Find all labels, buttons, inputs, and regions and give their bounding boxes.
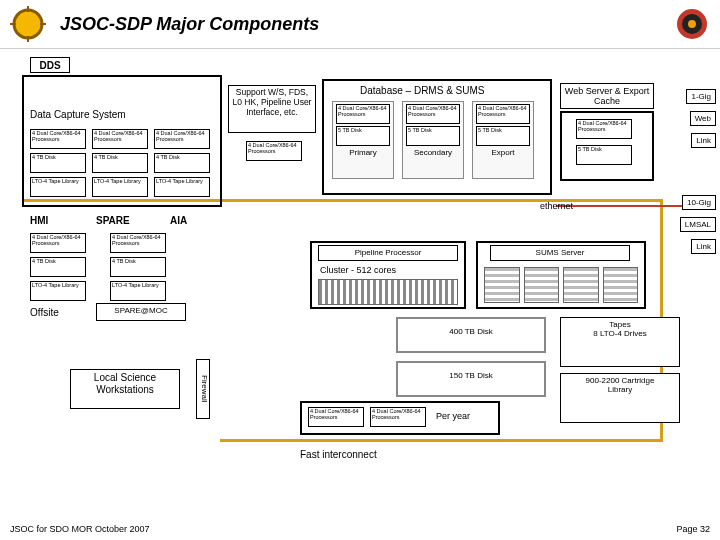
drms-proc-box: 4 Dual Core/X86-64Processors — [336, 104, 390, 124]
drms-disk-box: 5 TB Disk — [406, 126, 460, 146]
local-science-workstations: Local Science Workstations — [70, 369, 180, 409]
pipeline-cluster-icon — [318, 279, 458, 305]
hmi-proc-box: 4 Dual Core/X86-64Processors — [30, 233, 86, 253]
sums-title: SUMS Server — [490, 245, 630, 261]
dcs-tape-box: LTO-4 Tape Library — [154, 177, 210, 197]
web-server-box: Web Server & Export Cache — [560, 83, 654, 109]
cartridge-title: 900-2200 Cartridge — [564, 376, 676, 385]
svg-point-0 — [14, 10, 42, 38]
tapes-box: Tapes 8 LTO-4 Drives — [560, 317, 680, 367]
link-tag: Link — [691, 133, 716, 148]
slide-footer: JSOC for SDO MOR October 2007 Page 32 — [10, 524, 710, 534]
drms-secondary-col: 4 Dual Core/X86-64Processors 5 TB Disk S… — [402, 101, 464, 179]
dds-box: DDS — [30, 57, 70, 73]
cartridge-sub: Library — [564, 385, 676, 394]
hmi-logo — [10, 6, 46, 42]
slide-header: JSOC-SDP Major Components — [0, 0, 720, 49]
disk-400tb: 400 TB Disk — [396, 317, 546, 353]
drms-disk-box: 5 TB Disk — [476, 126, 530, 146]
tapes-sub: 8 LTO-4 Drives — [564, 329, 676, 338]
drms-primary-col: 4 Dual Core/X86-64Processors 5 TB Disk P… — [332, 101, 394, 179]
lmsal-tag: LMSAL — [680, 217, 716, 232]
web-tag: Web — [690, 111, 716, 126]
hmi-disk-box: 4 TB Disk — [30, 257, 86, 277]
drms-proc-box: 4 Dual Core/X86-64Processors — [406, 104, 460, 124]
support-proc-box: 4 Dual Core/X86-64Processors — [246, 141, 302, 161]
one-gig-tag: 1-Gig — [686, 89, 716, 104]
dcs-proc-box: 4 Dual Core/X86-64Processors — [154, 129, 210, 149]
dcs-proc-box: 4 Dual Core/X86-64Processors — [92, 129, 148, 149]
link2-tag: Link — [691, 239, 716, 254]
web-disk-box: 5 TB Disk — [576, 145, 632, 165]
ethernet-line — [556, 205, 696, 207]
drms-label: Database – DRMS & SUMS — [360, 85, 485, 96]
fast-interconnect-label: Fast interconnect — [300, 449, 377, 460]
dcs-label: Data Capture System — [30, 109, 126, 120]
dcs-disk-box: 4 TB Disk — [30, 153, 86, 173]
hmi-proc-box: 4 Dual Core/X86-64Processors — [110, 233, 166, 253]
tapes-title: Tapes — [564, 320, 676, 329]
hmi-label: HMI — [30, 215, 48, 226]
pipeline-sub: Cluster - 512 cores — [320, 265, 396, 275]
drms-col-label: Export — [473, 148, 533, 157]
dcs-tape-box: LTO-4 Tape Library — [92, 177, 148, 197]
hmi-disk-box: 4 TB Disk — [110, 257, 166, 277]
spare-moc-box: SPARE@MOC — [96, 303, 186, 321]
dcs-proc-box: 4 Dual Core/X86-64Processors — [30, 129, 86, 149]
firewall-box: Firewall — [196, 359, 210, 419]
aia-logo — [674, 6, 710, 42]
ethernet-label: ethernet — [540, 201, 573, 211]
aia-label: AIA — [170, 215, 187, 226]
support-box: Support W/S, FDS, L0 HK, Pipeline User I… — [228, 85, 316, 133]
footer-left: JSOC for SDO MOR October 2007 — [10, 524, 150, 534]
dcs-disk-box: 4 TB Disk — [92, 153, 148, 173]
sums-disks-icon — [484, 267, 638, 303]
hmi-tape-box: LTO-4 Tape Library — [30, 281, 86, 301]
dcs-disk-box: 4 TB Disk — [154, 153, 210, 173]
disk-150tb: 150 TB Disk — [396, 361, 546, 397]
dcs-tape-box: LTO-4 Tape Library — [30, 177, 86, 197]
drms-proc-box: 4 Dual Core/X86-64Processors — [476, 104, 530, 124]
peryear-proc-box: 4 Dual Core/X86-64Processors — [308, 407, 364, 427]
ten-gig-tag: 10-Gig — [682, 195, 716, 210]
drms-col-label: Primary — [333, 148, 393, 157]
drms-export-col: 4 Dual Core/X86-64Processors 5 TB Disk E… — [472, 101, 534, 179]
cartridge-box: 900-2200 Cartridge Library — [560, 373, 680, 423]
per-year-label: Per year — [436, 411, 470, 421]
drms-col-label: Secondary — [403, 148, 463, 157]
offsite-label: Offsite — [30, 307, 59, 318]
footer-right: Page 32 — [676, 524, 710, 534]
diagram-canvas: DDS Data Capture System 4 Dual Core/X86-… — [0, 49, 720, 509]
web-proc-box: 4 Dual Core/X86-64Processors — [576, 119, 632, 139]
hmi-tape-box: LTO-4 Tape Library — [110, 281, 166, 301]
bus-line — [220, 439, 660, 442]
spare-label: SPARE — [96, 215, 130, 226]
drms-disk-box: 5 TB Disk — [336, 126, 390, 146]
svg-point-7 — [688, 20, 696, 28]
peryear-proc-box: 4 Dual Core/X86-64Processors — [370, 407, 426, 427]
pipeline-title: Pipeline Processor — [318, 245, 458, 261]
slide-title: JSOC-SDP Major Components — [46, 14, 674, 35]
